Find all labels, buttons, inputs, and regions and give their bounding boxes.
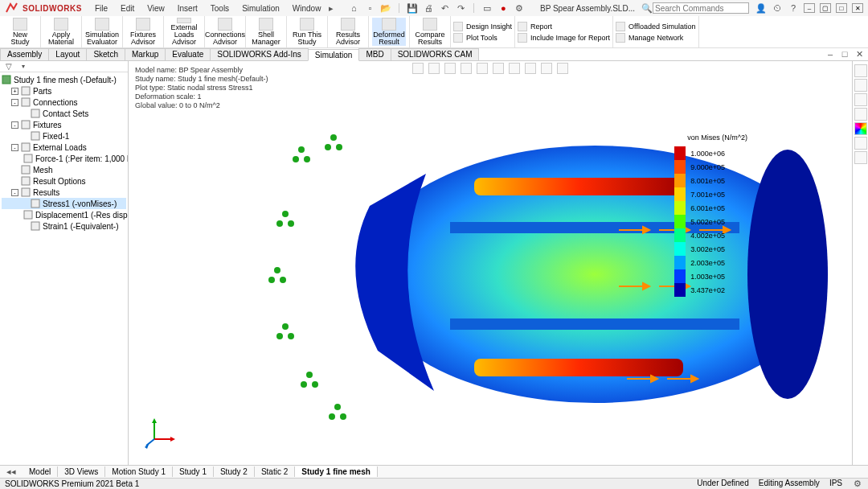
minimize-button[interactable]: – — [804, 3, 815, 13]
tree-filter-icon[interactable]: ▽ — [3, 61, 14, 72]
save-icon[interactable]: 💾 — [407, 2, 418, 14]
doc-close-icon[interactable]: ✕ — [854, 48, 865, 60]
status-settings-icon[interactable]: ⚙ — [852, 479, 863, 490]
prev-view-icon[interactable] — [444, 63, 456, 74]
ribbon-offloaded-simulation[interactable]: Offloaded Simulation — [616, 21, 695, 32]
tree-item-results[interactable]: -Results — [2, 187, 126, 198]
tree-item-result[interactable]: Result Options — [2, 175, 126, 187]
ribbon-manage-network[interactable]: Manage Network — [616, 32, 695, 43]
tree-dropdown-icon[interactable]: ▾ — [18, 61, 29, 72]
zoom-area-icon[interactable] — [428, 63, 440, 74]
custom-props-icon[interactable] — [854, 137, 867, 150]
tree-toggle-icon[interactable]: - — [11, 99, 18, 106]
menu-insert[interactable]: Insert — [173, 2, 203, 14]
tab-evaluate[interactable]: Evaluate — [165, 48, 211, 60]
graphics-viewport[interactable]: Model name: BP Spear AssemblyStudy name:… — [129, 61, 852, 465]
menu-tools[interactable]: Tools — [206, 2, 234, 14]
close-button[interactable]: ✕ — [852, 3, 863, 13]
menu-edit[interactable]: Edit — [116, 2, 139, 14]
scene-icon[interactable] — [541, 63, 552, 74]
ribbon-compare[interactable]: CompareResults — [413, 18, 447, 46]
tab-simulation[interactable]: Simulation — [308, 49, 360, 61]
study-tab-study-1-fine-mesh[interactable]: Study 1 fine mesh — [295, 466, 378, 477]
appearance-icon[interactable] — [525, 63, 536, 74]
study-tab-model[interactable]: Model — [23, 466, 58, 477]
section-view-icon[interactable] — [461, 63, 472, 74]
ribbon-fixtures[interactable]: FixturesAdvisor — [126, 18, 160, 46]
doc-restore-icon[interactable]: □ — [839, 48, 850, 60]
ribbon-new[interactable]: NewStudy — [3, 18, 37, 46]
home-icon[interactable]: ⌂ — [348, 2, 359, 14]
tab-solidworks-cam[interactable]: SOLIDWORKS CAM — [391, 48, 480, 60]
ribbon-results[interactable]: ResultsAdvisor — [331, 18, 365, 46]
tree-item-connections[interactable]: -Connections — [2, 97, 126, 108]
view-triad-icon[interactable] — [145, 417, 177, 449]
tab-assembly[interactable]: Assembly — [0, 48, 49, 60]
study-tab-motion-study-1[interactable]: Motion Study 1 — [105, 466, 173, 477]
print-icon[interactable]: 🖨 — [423, 2, 434, 14]
menu-window[interactable]: Window — [288, 2, 326, 14]
view-palette-icon[interactable] — [854, 108, 867, 121]
new-icon[interactable]: ▫ — [364, 2, 375, 14]
login-icon[interactable]: 👤 — [755, 2, 767, 14]
redo-icon[interactable]: ↷ — [455, 2, 466, 14]
tab-solidworks-add-ins[interactable]: SOLIDWORKS Add-Ins — [210, 48, 308, 60]
ribbon-design-insight[interactable]: Design Insight — [453, 21, 512, 32]
tree-toggle-icon[interactable]: - — [11, 144, 18, 151]
tree-item-displacement1[interactable]: Displacement1 (-Res disp-) — [2, 209, 126, 220]
tree-item-fixed-1[interactable]: Fixed-1 — [2, 130, 126, 142]
tree-item-force-1[interactable]: Force-1 (:Per item: 1,000 lbf:) — [2, 153, 126, 164]
tree-item-fixtures[interactable]: -Fixtures — [2, 119, 126, 130]
rebuild-icon[interactable]: ● — [497, 2, 509, 14]
tree-item-contact[interactable]: Contact Sets — [2, 108, 126, 119]
options-icon[interactable]: ⚙ — [514, 2, 525, 14]
tab-layout[interactable]: Layout — [48, 48, 87, 60]
menu-expand-icon[interactable]: ▸ — [326, 2, 337, 14]
tab-mbd[interactable]: MBD — [358, 48, 391, 60]
ribbon-run-this[interactable]: Run ThisStudy — [290, 18, 324, 46]
forum-icon[interactable] — [854, 151, 867, 164]
menu-view[interactable]: View — [142, 2, 170, 14]
maximize-button[interactable]: □ — [836, 3, 847, 13]
study-tab-study-2[interactable]: Study 2 — [214, 466, 255, 477]
restore-button[interactable]: ▢ — [820, 3, 831, 13]
undo-icon[interactable]: ↶ — [439, 2, 450, 14]
resources-icon[interactable] — [854, 64, 867, 77]
tab-scroll-left-icon[interactable]: ◂◂ — [0, 466, 23, 478]
zoom-fit-icon[interactable] — [412, 63, 424, 74]
select-icon[interactable]: ▭ — [481, 2, 493, 14]
study-tab-static-2[interactable]: Static 2 — [255, 466, 295, 477]
view-settings-icon[interactable] — [557, 63, 568, 74]
notifications-icon[interactable]: ⏲ — [772, 2, 783, 14]
tree-item-external[interactable]: -External Loads — [2, 142, 126, 153]
view-orient-icon[interactable] — [477, 63, 488, 74]
tree-root[interactable]: Study 1 fine mesh (-Default-) — [2, 74, 126, 85]
file-explorer-icon[interactable] — [854, 93, 867, 106]
ribbon-simulation[interactable]: SimulationEvaluator — [85, 18, 119, 46]
ribbon-apply[interactable]: ApplyMaterial — [44, 18, 78, 46]
tree-item-mesh[interactable]: Mesh — [2, 164, 126, 175]
ribbon-plot-tools[interactable]: Plot Tools — [453, 32, 512, 43]
study-tab-3d-views[interactable]: 3D Views — [58, 466, 105, 477]
ribbon-report[interactable]: Report — [518, 21, 610, 32]
doc-minimize-icon[interactable]: – — [825, 48, 836, 60]
appearances-icon[interactable] — [854, 122, 867, 135]
tree-item-strain1[interactable]: Strain1 (-Equivalent-) — [2, 220, 126, 232]
display-style-icon[interactable] — [493, 63, 504, 74]
tree-item-parts[interactable]: +Parts — [2, 85, 126, 97]
ribbon-external-loads[interactable]: External LoadsAdvisor — [167, 18, 201, 46]
ribbon-shell[interactable]: ShellManager — [249, 18, 283, 46]
ribbon-connections[interactable]: ConnectionsAdvisor — [208, 18, 242, 46]
tree-toggle-icon[interactable]: + — [11, 88, 18, 95]
menu-simulation[interactable]: Simulation — [237, 2, 285, 14]
help-icon[interactable]: ? — [788, 2, 799, 14]
ribbon-deformed[interactable]: DeformedResult — [372, 18, 406, 46]
tree-toggle-icon[interactable]: - — [11, 189, 18, 196]
ribbon-include-image-for-report[interactable]: Include Image for Report — [518, 32, 610, 43]
command-search-input[interactable] — [653, 2, 749, 14]
menu-file[interactable]: File — [90, 2, 113, 14]
open-icon[interactable]: 📂 — [380, 2, 391, 14]
study-tab-study-1[interactable]: Study 1 — [173, 466, 214, 477]
design-library-icon[interactable] — [854, 79, 867, 92]
tree-toggle-icon[interactable]: - — [11, 121, 18, 129]
